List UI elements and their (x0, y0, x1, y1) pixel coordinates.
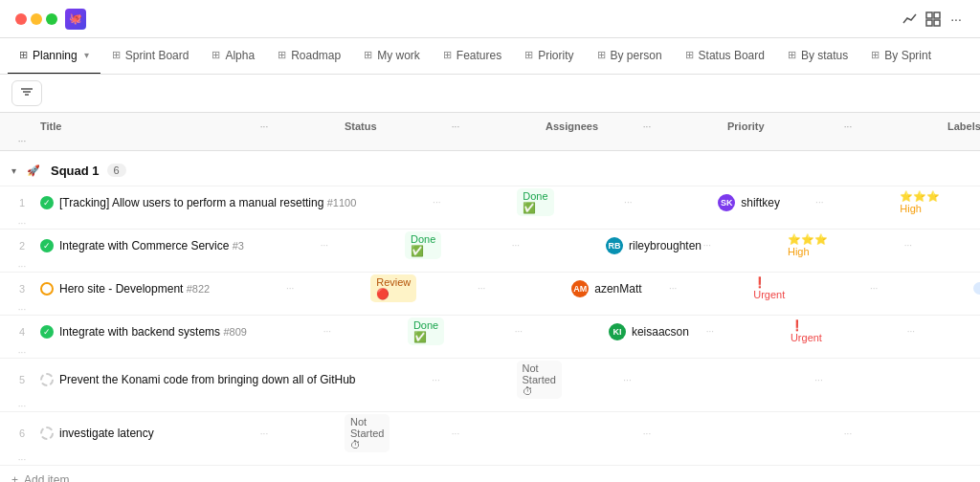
more-icon[interactable]: ··· (947, 11, 965, 28)
tab-by-person[interactable]: ⊞ By person (586, 38, 674, 75)
col-priority[interactable]: Priority (724, 117, 752, 136)
row-status-more[interactable]: ··· (433, 326, 605, 337)
tab-dropdown-planning[interactable]: ▾ (84, 50, 89, 60)
row-status[interactable]: Not Started ⏱ (513, 359, 542, 401)
row-assignee[interactable] (714, 378, 743, 382)
group-toggle-squad1[interactable]: ▾ (11, 165, 16, 176)
row-status-icon: ✓ (40, 239, 54, 252)
row-priority-more[interactable]: ··· (924, 197, 980, 208)
row-priority-more[interactable]: ··· (815, 326, 980, 337)
col-assignees[interactable]: Assignees (542, 117, 570, 136)
row-number: 5 (8, 374, 36, 385)
col-title-more[interactable]: ··· (188, 121, 341, 132)
row-assignee[interactable]: AM azenMatt (568, 278, 596, 299)
col-priority-more[interactable]: ··· (752, 121, 944, 132)
row-status-more[interactable]: ··· (542, 375, 714, 385)
row-assignee-more[interactable]: ··· (570, 428, 724, 439)
table-row[interactable]: 1 ✓ [Tracking] Allow users to perform a … (0, 186, 980, 230)
row-title-more[interactable]: ··· (248, 240, 401, 251)
row-priority[interactable]: ❗ Urgent (749, 274, 778, 302)
chart-icon[interactable] (902, 11, 919, 28)
grid-icon[interactable] (924, 11, 942, 28)
row-priority-more[interactable]: ··· (813, 240, 980, 251)
row-priority[interactable] (724, 431, 752, 435)
tab-alpha[interactable]: ⊞ Alpha (200, 38, 266, 75)
row-assignee-more[interactable]: ··· (634, 326, 787, 337)
tab-sprint-board[interactable]: ⊞ Sprint Board (100, 38, 201, 75)
row-labels-more[interactable]: ··· (8, 304, 36, 315)
row-labels[interactable]: in-reviewtaskurgent (969, 280, 980, 296)
row-status[interactable]: Not Started ⏱ (341, 412, 369, 454)
tab-by-sprint[interactable]: ⊞ By Sprint (859, 38, 943, 75)
filter-button[interactable] (11, 80, 42, 106)
row-assignee-more[interactable]: ··· (743, 375, 896, 385)
row-labels-more[interactable]: ··· (8, 218, 36, 229)
issue-number: #809 (223, 326, 246, 338)
row-title-more[interactable]: ··· (188, 428, 341, 439)
table-row[interactable]: 4 ✓ Integrate with backend systems #809 … (0, 316, 980, 359)
row-status[interactable]: Review 🔴 (367, 273, 395, 304)
row-priority-more[interactable]: ··· (778, 283, 969, 294)
table-row[interactable]: 5 Prevent the Konami code from bringing … (0, 359, 980, 412)
column-headers: Title ··· Status ··· Assignees ··· Prior… (0, 113, 980, 151)
col-labels[interactable]: Labels (944, 117, 972, 136)
row-assignee[interactable]: RB rileybroughten (602, 235, 631, 256)
row-assignee[interactable]: KI keisaacson (605, 321, 634, 342)
row-title[interactable]: ✓ Integrate with Commerce Service #3 (36, 235, 248, 256)
col-assignees-more[interactable]: ··· (570, 121, 724, 132)
row-title-more[interactable]: ··· (360, 197, 513, 208)
tab-my-work[interactable]: ⊞ My work (352, 38, 432, 75)
add-item-squad1[interactable]: + Add item (0, 466, 980, 482)
row-priority[interactable]: ⭐⭐⭐ High (896, 188, 924, 216)
tab-icon-alpha: ⊞ (212, 49, 220, 61)
row-title[interactable]: Prevent the Konami code from bringing do… (36, 369, 360, 390)
row-assignee-more[interactable]: ··· (631, 240, 784, 251)
row-labels-more[interactable]: ··· (8, 261, 36, 272)
row-priority-more[interactable]: ··· (924, 375, 981, 385)
row-priority[interactable]: ❗ Urgent (787, 318, 815, 345)
row-title-more[interactable]: ··· (360, 375, 513, 385)
row-labels-more[interactable]: ··· (8, 401, 36, 411)
row-title[interactable]: Hero site - Development #822 (36, 278, 213, 299)
maximize-window-icon[interactable] (46, 13, 57, 25)
row-title-more[interactable]: ··· (251, 326, 404, 337)
row-assignee-more[interactable]: ··· (743, 197, 896, 208)
tab-roadmap[interactable]: ⊞ Roadmap (266, 38, 352, 75)
row-assignee-more[interactable]: ··· (596, 283, 749, 294)
row-title[interactable]: ✓ [Tracking] Allow users to perform a ma… (36, 192, 360, 213)
tab-priority[interactable]: ⊞ Priority (513, 38, 585, 75)
row-assignee[interactable]: SK shiftkey (714, 192, 743, 213)
row-priority[interactable]: ⭐⭐⭐ High (784, 231, 813, 259)
close-window-icon[interactable] (15, 13, 27, 25)
row-status[interactable]: Done ✅ (513, 186, 542, 218)
table-row[interactable]: 6 investigate latency ··· Not Started ⏱ … (0, 412, 980, 466)
table-row[interactable]: 3 Hero site - Development #822 ··· Revie… (0, 273, 980, 316)
tab-icon-priority: ⊞ (524, 49, 533, 61)
tab-by-status[interactable]: ⊞ By status (776, 38, 859, 75)
row-labels-more[interactable]: ··· (8, 454, 36, 465)
row-title-text: Integrate with Commerce Service #3 (59, 239, 244, 252)
table-row[interactable]: 2 ✓ Integrate with Commerce Service #3 ·… (0, 230, 980, 273)
row-title[interactable]: ✓ Integrate with backend systems #809 (36, 321, 251, 342)
row-priority-more[interactable]: ··· (752, 428, 944, 439)
col-status[interactable]: Status (341, 117, 369, 136)
col-labels-more[interactable]: ··· (8, 136, 36, 146)
row-status-more[interactable]: ··· (395, 283, 568, 294)
tab-status-board[interactable]: ⊞ Status Board (674, 38, 776, 75)
minimize-window-icon[interactable] (31, 13, 42, 25)
row-title-more[interactable]: ··· (213, 283, 367, 294)
col-title[interactable]: Title (36, 117, 188, 136)
col-status-more[interactable]: ··· (369, 121, 542, 132)
row-labels-more[interactable]: ··· (8, 347, 36, 358)
row-assignee[interactable] (542, 431, 570, 435)
row-title[interactable]: investigate latency (36, 423, 188, 444)
row-labels[interactable] (944, 431, 972, 435)
row-status-more[interactable]: ··· (542, 197, 714, 208)
row-priority[interactable] (896, 378, 924, 382)
row-status[interactable]: Done ✅ (401, 230, 430, 261)
row-status-more[interactable]: ··· (369, 428, 542, 439)
tab-planning[interactable]: ⊞ Planning ▾ (8, 38, 100, 75)
tab-features[interactable]: ⊞ Features (432, 38, 513, 75)
row-status-more[interactable]: ··· (430, 240, 602, 251)
row-status[interactable]: Done ✅ (404, 316, 433, 347)
